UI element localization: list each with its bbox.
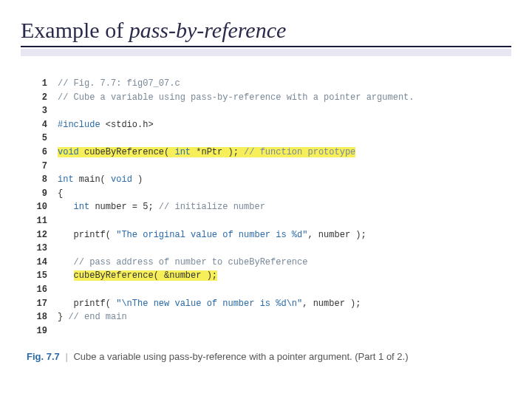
slide: Example of pass-by-reference 1// Fig. 7.…: [0, 0, 532, 399]
code-token: "\nThe new value of number is %d\n": [116, 299, 302, 309]
line-number: 4: [27, 118, 47, 132]
line-number: 2: [27, 91, 47, 105]
figure-caption: Fig. 7.7 | Cube a variable using pass-by…: [27, 349, 511, 364]
line-content: {: [58, 187, 63, 201]
title-italic: pass-by-reference: [129, 18, 287, 42]
code-token: ;: [148, 202, 158, 212]
code-token: number =: [89, 202, 143, 212]
code-token: *nPtr );: [191, 147, 244, 157]
title-band: [21, 49, 511, 56]
code-token: // initialize number: [159, 202, 265, 212]
code-token: int: [58, 174, 74, 185]
code-line: 7: [27, 160, 511, 174]
code-line: 17 printf( "\nThe new value of number is…: [27, 297, 511, 311]
code-line: 5: [27, 132, 511, 146]
code-token: // function prototype: [244, 147, 355, 157]
slide-title: Example of pass-by-reference: [21, 18, 511, 43]
code-block: 1// Fig. 7.7: fig07_07.c2// Cube a varia…: [27, 77, 511, 338]
line-content: void cubeByReference( int *nPtr ); // fu…: [58, 146, 355, 160]
line-content: printf( "The original value of number is…: [58, 228, 366, 242]
code-token: "The original value of number is %d": [116, 230, 307, 240]
line-number: 16: [27, 283, 47, 297]
code-line: 18} // end main: [27, 310, 511, 324]
code-token: [58, 202, 74, 212]
line-content: cubeByReference( &number );: [58, 269, 217, 283]
code-token: #include: [58, 120, 106, 130]
code-line: 3: [27, 104, 511, 118]
code-line: 12 printf( "The original value of number…: [27, 228, 511, 242]
line-content: // pass address of number to cubeByRefer…: [58, 256, 307, 270]
line-number: 15: [27, 269, 47, 283]
code-token: main(: [74, 174, 111, 185]
code-token: int: [174, 147, 191, 157]
code-token: printf(: [58, 299, 116, 309]
code-token: }: [58, 312, 68, 322]
line-number: 12: [27, 228, 47, 242]
code-token: printf(: [58, 230, 116, 240]
code-token: , number );: [307, 230, 366, 240]
code-line: 10 int number = 5; // initialize number: [27, 200, 511, 214]
line-number: 17: [27, 297, 47, 311]
code-token: [58, 257, 74, 267]
code-line: 11: [27, 214, 511, 228]
code-token: void: [111, 174, 132, 185]
line-content: } // end main: [58, 310, 127, 324]
title-prefix: Example of: [21, 18, 129, 42]
title-underline: [21, 46, 511, 47]
line-number: 19: [27, 324, 47, 338]
code-token: [58, 270, 74, 281]
code-line: 8int main( void ): [27, 173, 511, 187]
code-token: // Cube a variable using pass-by-referen…: [58, 92, 414, 103]
code-token: <stdio.h>: [106, 120, 154, 130]
code-line: 16: [27, 283, 511, 297]
line-number: 11: [27, 214, 47, 228]
code-token: // end main: [68, 312, 126, 322]
code-line: 15 cubeByReference( &number );: [27, 269, 511, 283]
code-line: 2// Cube a variable using pass-by-refere…: [27, 91, 511, 105]
line-number: 13: [27, 242, 47, 256]
line-number: 1: [27, 77, 47, 91]
code-line: 1// Fig. 7.7: fig07_07.c: [27, 77, 511, 91]
line-number: 18: [27, 310, 47, 324]
code-line: 19: [27, 324, 511, 338]
line-number: 8: [27, 173, 47, 187]
code-token: {: [58, 188, 63, 199]
line-content: printf( "\nThe new value of number is %d…: [58, 297, 361, 311]
line-content: // Cube a variable using pass-by-referen…: [58, 91, 414, 105]
code-token: , number );: [302, 299, 361, 309]
line-number: 5: [27, 132, 47, 146]
line-number: 6: [27, 146, 47, 160]
line-number: 9: [27, 187, 47, 201]
line-number: 10: [27, 200, 47, 214]
line-content: #include <stdio.h>: [58, 118, 154, 132]
figure-label: Fig. 7.7: [27, 351, 60, 362]
line-content: // Fig. 7.7: fig07_07.c: [58, 77, 180, 91]
line-number: 3: [27, 104, 47, 118]
code-line: 4#include <stdio.h>: [27, 118, 511, 132]
line-number: 7: [27, 160, 47, 174]
code-token: int: [74, 202, 90, 212]
code-token: cubeByReference( &number );: [74, 270, 217, 281]
line-number: 14: [27, 256, 47, 270]
code-line: 6void cubeByReference( int *nPtr ); // f…: [27, 146, 511, 160]
line-content: int number = 5; // initialize number: [58, 200, 265, 214]
code-line: 9{: [27, 187, 511, 201]
code-token: cubeByReference(: [79, 147, 175, 157]
code-token: // pass address of number to cubeByRefer…: [74, 257, 308, 267]
code-token: void: [58, 147, 79, 157]
caption-separator: |: [65, 351, 67, 362]
code-token: ): [132, 174, 143, 185]
caption-text: Cube a variable using pass-by-reference …: [73, 351, 408, 362]
line-content: int main( void ): [58, 173, 143, 187]
code-line: 14 // pass address of number to cubeByRe…: [27, 256, 511, 270]
code-token: // Fig. 7.7: fig07_07.c: [58, 78, 180, 89]
code-line: 13: [27, 242, 511, 256]
